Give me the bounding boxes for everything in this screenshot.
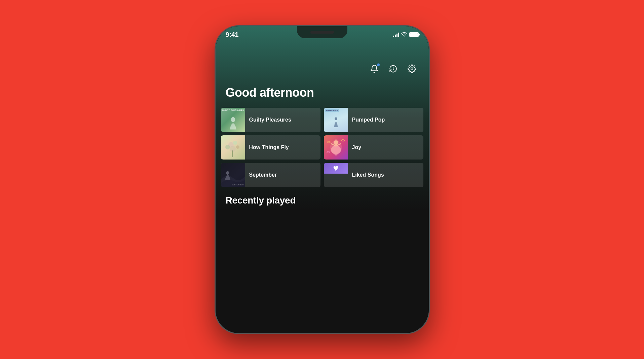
playlist-name-pumped-pop: Pumped Pop <box>348 117 423 123</box>
notification-dot <box>377 63 380 66</box>
top-actions <box>216 59 429 82</box>
status-time: 9:41 <box>226 31 239 39</box>
phone-outer: 9:41 <box>215 25 430 334</box>
playlist-thumb-joy <box>324 135 348 160</box>
svg-point-11 <box>334 140 338 145</box>
playlist-name-september: September <box>245 172 320 178</box>
signal-icon <box>393 32 399 37</box>
svg-point-15 <box>226 171 229 175</box>
playlist-thumb-liked: ♥ <box>324 163 348 187</box>
svg-point-1 <box>231 117 235 122</box>
playlist-name-liked-songs: Liked Songs <box>348 172 423 178</box>
svg-point-2 <box>335 117 337 120</box>
phone-screen: 9:41 <box>216 26 429 333</box>
playlist-name-guilty-pleasures: Guilty Pleasures <box>245 117 320 123</box>
greeting-text: Good afternoon <box>226 86 419 100</box>
settings-button[interactable] <box>405 62 419 76</box>
svg-point-7 <box>225 145 230 149</box>
phone-wrapper: 9:41 <box>215 25 430 334</box>
app-content: Good afternoon Guilty Pleasures <box>216 39 429 211</box>
speaker-pill <box>310 31 334 34</box>
playlist-thumb-pumped: Pumped Pop <box>324 108 348 132</box>
liked-songs-heart-icon: ♥ <box>333 163 339 174</box>
playlist-item-liked-songs[interactable]: ♥ Liked Songs <box>324 163 423 187</box>
playlist-thumb-september: SEPTEMBER <box>221 163 245 187</box>
page-background: 9:41 <box>0 0 644 359</box>
greeting-section: Good afternoon <box>216 82 429 108</box>
svg-point-8 <box>236 145 239 149</box>
playlist-item-guilty-pleasures[interactable]: Guilty Pleasures Guilty Pleasures <box>221 108 320 132</box>
playlist-thumb-how <box>221 135 245 160</box>
status-icons <box>393 31 419 38</box>
history-button[interactable] <box>386 62 400 76</box>
svg-point-0 <box>411 68 413 70</box>
playlist-name-how-things-fly: How Things Fly <box>245 144 320 150</box>
playlist-item-how-things-fly[interactable]: How Things Fly <box>221 135 320 160</box>
playlist-item-september[interactable]: SEPTEMBER September <box>221 163 320 187</box>
playlist-thumb-guilty: Guilty Pleasures <box>221 108 245 132</box>
svg-point-6 <box>233 141 237 145</box>
wifi-icon <box>401 31 407 38</box>
playlist-grid: Guilty Pleasures Guilty Pleasures <box>216 108 429 187</box>
svg-rect-10 <box>232 150 233 157</box>
notifications-button[interactable] <box>368 62 381 76</box>
playlist-item-pumped-pop[interactable]: Pumped Pop Pumped Pop <box>324 108 423 132</box>
playlist-name-joy: Joy <box>348 144 423 150</box>
recently-played-title: Recently played <box>216 187 429 211</box>
notch-cutout <box>297 26 347 38</box>
playlist-item-joy[interactable]: Joy <box>324 135 423 160</box>
battery-icon <box>409 32 419 37</box>
